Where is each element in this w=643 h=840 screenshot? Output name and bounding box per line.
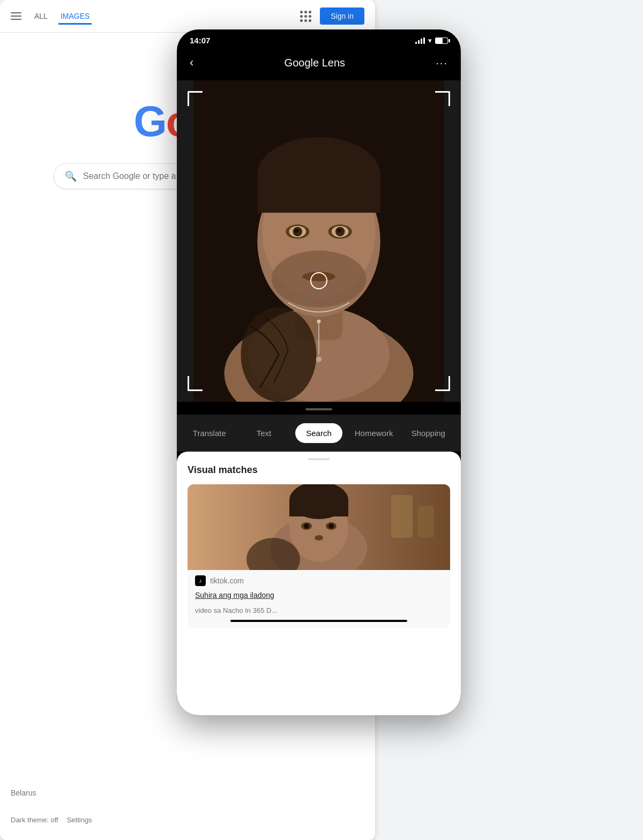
lens-tabs: Translate Text Search Homework Shopping xyxy=(177,415,461,452)
hamburger-icon[interactable] xyxy=(11,12,21,20)
signal-icon xyxy=(415,38,425,44)
status-bar: 14:07 ▾ xyxy=(177,29,461,49)
google-toolbar: ALL IMAGES Sign in xyxy=(0,0,375,33)
more-options-button[interactable]: ··· xyxy=(433,55,450,71)
tab-translate[interactable]: Translate xyxy=(182,420,237,446)
svg-point-21 xyxy=(316,356,322,362)
status-icons: ▾ xyxy=(415,36,448,44)
svg-rect-34 xyxy=(391,495,413,538)
back-button[interactable]: ‹ xyxy=(188,54,196,72)
nav-item-images[interactable]: IMAGES xyxy=(58,8,92,25)
svg-point-15 xyxy=(295,229,298,232)
visual-matches-title: Visual matches xyxy=(177,464,461,484)
sign-in-button[interactable]: Sign in xyxy=(320,8,364,25)
center-dot xyxy=(310,272,327,289)
tab-shopping[interactable]: Shopping xyxy=(401,420,455,446)
google-lens-overlay: 14:07 ▾ ‹ Google Lens ··· xyxy=(177,29,461,715)
svg-rect-27 xyxy=(289,500,348,516)
wifi-icon: ▾ xyxy=(428,36,432,44)
lens-title: Google Lens xyxy=(285,57,345,69)
footer-settings[interactable]: Settings xyxy=(67,816,92,824)
camera-image xyxy=(177,80,461,402)
search-icon: 🔍 xyxy=(65,170,77,182)
status-time: 14:07 xyxy=(190,36,210,45)
google-nav: ALL IMAGES xyxy=(32,8,92,25)
match-subtitle: video sa Nacho In 365 D... xyxy=(188,606,450,620)
match-image-content xyxy=(188,484,450,570)
battery-icon xyxy=(435,38,448,44)
match-image xyxy=(188,484,450,570)
tiktok-icon: ♪ xyxy=(195,575,206,586)
toolbar-right: Sign in xyxy=(300,8,364,25)
svg-point-32 xyxy=(315,535,323,541)
svg-point-16 xyxy=(337,229,341,232)
footer-links: Dark theme: off Settings xyxy=(11,816,92,824)
match-source: ♪ tiktok.com xyxy=(188,570,450,588)
tab-search[interactable]: Search xyxy=(291,415,347,452)
grid-icon[interactable] xyxy=(300,11,311,22)
svg-rect-35 xyxy=(418,506,434,538)
nav-item-all[interactable]: ALL xyxy=(32,8,50,25)
sheet-handle xyxy=(177,452,461,464)
scroll-pill xyxy=(305,408,332,410)
match-title: Suhira ang mga iladong xyxy=(188,588,450,606)
svg-point-30 xyxy=(304,523,309,529)
tab-homework[interactable]: Homework xyxy=(347,420,401,446)
logo-g: G xyxy=(134,98,166,145)
svg-point-31 xyxy=(328,523,334,529)
footer-country: Belarus xyxy=(11,789,36,797)
tab-text[interactable]: Text xyxy=(237,420,291,446)
scroll-indicator xyxy=(177,402,461,415)
bottom-sheet: Visual matches xyxy=(177,452,461,715)
footer-dark-theme[interactable]: Dark theme: off xyxy=(11,816,58,824)
camera-view xyxy=(177,80,461,402)
svg-rect-7 xyxy=(257,175,380,213)
scroll-progress-bar xyxy=(230,620,407,622)
match-domain: tiktok.com xyxy=(210,576,244,585)
match-card[interactable]: ♪ tiktok.com Suhira ang mga iladong vide… xyxy=(188,484,450,628)
lens-header: ‹ Google Lens ··· xyxy=(177,49,461,80)
sheet-handle-bar xyxy=(308,458,330,460)
svg-point-17 xyxy=(310,252,327,263)
